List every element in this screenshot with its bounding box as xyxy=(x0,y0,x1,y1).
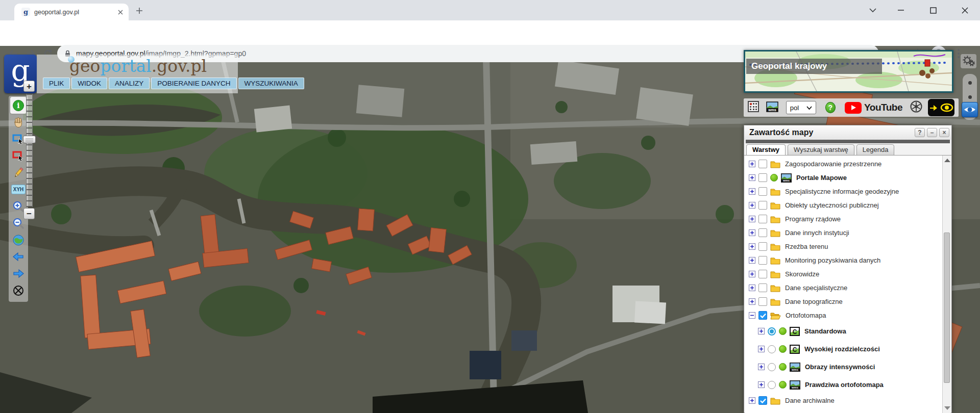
expander-plus-icon[interactable] xyxy=(749,202,755,209)
zoom-slider-track[interactable] xyxy=(26,94,33,207)
layer-label[interactable]: Dane topograficzne xyxy=(785,298,843,305)
layer-checkbox[interactable] xyxy=(758,228,767,237)
browser-tab[interactable]: g geoportal.gov.pl xyxy=(14,4,129,20)
tree-scrollbar[interactable] xyxy=(942,156,951,413)
menu-item-plik[interactable]: PLIK xyxy=(43,78,70,89)
overview-map-panel[interactable]: Geoportal krajowy xyxy=(744,50,953,93)
expander-plus-icon[interactable] xyxy=(749,174,755,181)
layer-label[interactable]: Prawdziwa ortofotomapa xyxy=(805,381,884,389)
layer-radio[interactable] xyxy=(768,363,776,371)
layer-label[interactable]: Standardowa xyxy=(804,327,846,335)
language-value: pol xyxy=(790,104,799,112)
layer-label[interactable]: Programy rządowe xyxy=(785,215,841,223)
layer-label[interactable]: Portale Mapowe xyxy=(796,174,847,182)
scrollbar-thumb[interactable] xyxy=(944,233,950,383)
layer-label[interactable]: Dane archiwalne xyxy=(785,397,835,404)
menu-item-analizy[interactable]: ANALIZY xyxy=(109,78,150,89)
layer-radio[interactable] xyxy=(768,327,776,335)
menu-item-widok[interactable]: WIDOK xyxy=(71,78,107,89)
scroll-up-icon[interactable] xyxy=(944,159,950,162)
layer-label[interactable]: Zagospodarowanie przestrzenne xyxy=(785,160,881,168)
layer-label[interactable]: Wysokiej rozdzielczości xyxy=(804,345,880,353)
tab-search-icon[interactable] xyxy=(867,4,879,16)
layer-checkbox[interactable] xyxy=(758,283,767,292)
add-wms-button[interactable]: wms xyxy=(766,101,786,114)
layer-label[interactable]: Obiekty użyteczności publicznej xyxy=(785,201,879,209)
layer-label[interactable]: Rzeźba terenu xyxy=(785,243,828,250)
expander-plus-icon[interactable] xyxy=(749,243,755,250)
next-view-tool[interactable] xyxy=(10,265,27,282)
layer-checkbox[interactable] xyxy=(758,396,767,405)
tab-wyszukaj-warstwę[interactable]: Wyszukaj warstwę xyxy=(788,144,854,156)
expander-plus-icon[interactable] xyxy=(758,346,765,352)
coordinates-xyh-tool[interactable]: XYH xyxy=(10,181,27,198)
tab-warstwy[interactable]: Warstwy xyxy=(746,144,786,156)
layer-label[interactable]: Dane innych instytucji xyxy=(785,229,849,237)
panel-close-button[interactable]: × xyxy=(939,128,949,137)
expander-plus-icon[interactable] xyxy=(758,381,765,388)
asterisk-wheel-button[interactable] xyxy=(910,100,923,115)
toggle-dot-top[interactable] xyxy=(968,81,972,85)
expander-plus-icon[interactable] xyxy=(749,298,755,305)
layer-radio[interactable] xyxy=(768,381,776,389)
layer-label[interactable]: Ortofotomapa xyxy=(786,312,826,319)
layer-label[interactable]: Obrazy intensywności xyxy=(805,363,875,371)
layer-label[interactable]: Monitoring pozyskiwania danych xyxy=(785,256,880,264)
zoom-in-button[interactable]: + xyxy=(23,81,35,92)
layer-checkbox[interactable] xyxy=(758,297,767,306)
contrast-mode-widget[interactable] xyxy=(928,99,954,116)
new-tab-button[interactable] xyxy=(134,5,145,16)
zoom-out-button[interactable]: − xyxy=(23,208,35,219)
layer-checkbox[interactable] xyxy=(758,201,767,210)
center-map-tool[interactable] xyxy=(10,282,27,299)
expander-plus-icon[interactable] xyxy=(749,271,755,277)
identify-tool[interactable]: i xyxy=(10,97,27,114)
panel-help-button[interactable]: ? xyxy=(915,128,925,137)
measure-draw-tool[interactable] xyxy=(10,164,27,181)
language-select[interactable]: pol xyxy=(786,101,816,114)
expander-plus-icon[interactable] xyxy=(758,328,765,334)
window-minimize-button[interactable] xyxy=(895,4,907,16)
expander-plus-icon[interactable] xyxy=(749,188,755,195)
layer-radio[interactable] xyxy=(768,345,776,353)
layer-checkbox[interactable] xyxy=(758,242,767,251)
tab-legenda[interactable]: Legenda xyxy=(856,144,895,156)
toggle-dot-bottom[interactable] xyxy=(968,95,972,99)
visibility-eye-button[interactable] xyxy=(962,102,978,117)
zoom-slider-handle[interactable] xyxy=(23,136,36,143)
expander-plus-icon[interactable] xyxy=(758,364,765,370)
window-close-button[interactable] xyxy=(959,4,971,16)
scroll-down-icon[interactable] xyxy=(944,406,950,410)
layer-checkbox[interactable] xyxy=(758,270,767,278)
expander-plus-icon[interactable] xyxy=(749,397,755,404)
expander-plus-icon[interactable] xyxy=(749,161,755,167)
expander-plus-icon[interactable] xyxy=(749,229,755,236)
menu-item-wyszukiwania[interactable]: WYSZUKIWANIA xyxy=(238,78,304,89)
tab-close-icon[interactable] xyxy=(116,8,125,16)
menu-item-pobieranie-danych[interactable]: POBIERANIE DANYCH xyxy=(151,78,236,89)
expander-plus-icon[interactable] xyxy=(749,257,755,264)
layer-label[interactable]: Skorowidze xyxy=(785,270,819,278)
layer-checkbox[interactable] xyxy=(758,256,767,265)
layer-label[interactable]: Specjalistyczne informacje geodezyjne xyxy=(785,188,899,195)
window-maximize-button[interactable] xyxy=(927,4,939,16)
clear-selection-tool[interactable] xyxy=(10,147,27,164)
layer-checkbox[interactable] xyxy=(758,187,767,196)
expander-plus-icon[interactable] xyxy=(749,285,755,291)
previous-view-tool[interactable] xyxy=(10,248,27,265)
layer-checkbox[interactable] xyxy=(758,311,767,320)
full-extent-tool[interactable] xyxy=(10,231,27,248)
help-button[interactable]: ? xyxy=(825,102,836,113)
layer-label[interactable]: Dane specjalistyczne xyxy=(785,284,847,292)
settings-gears-button[interactable] xyxy=(961,54,976,68)
panel-minimize-button[interactable]: – xyxy=(927,128,937,137)
pan-tool[interactable] xyxy=(10,114,27,131)
composition-grid-button[interactable] xyxy=(748,101,762,114)
expander-minus-icon[interactable] xyxy=(749,312,755,319)
youtube-button[interactable]: YouTube xyxy=(845,102,902,114)
panel-header[interactable]: Zawartość mapy ? – × xyxy=(744,125,951,140)
layer-checkbox[interactable] xyxy=(758,173,767,182)
layer-checkbox[interactable] xyxy=(758,215,767,223)
layer-checkbox[interactable] xyxy=(758,160,767,168)
expander-plus-icon[interactable] xyxy=(749,216,755,222)
